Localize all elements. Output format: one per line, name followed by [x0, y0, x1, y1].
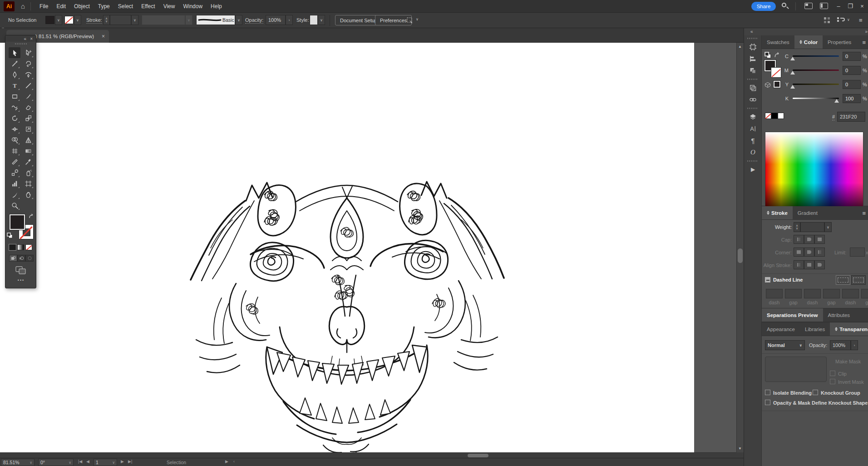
menu-select[interactable]: Select [114, 3, 137, 10]
channel-y-thumb[interactable] [790, 85, 795, 89]
transparency-opacity-arrow[interactable]: › [851, 340, 858, 350]
channel-c-value[interactable]: 0 [843, 52, 861, 61]
menu-effect[interactable]: Effect [137, 3, 159, 10]
style-dropdown[interactable]: ∨ [318, 15, 325, 25]
color-spectrum[interactable] [765, 132, 863, 217]
zoom-level-dropdown[interactable]: 81.51% ∨ [1, 459, 35, 466]
share-button[interactable]: Share [751, 2, 776, 11]
align-inside-icon[interactable] [804, 260, 814, 269]
dash-align-icon[interactable] [851, 275, 866, 285]
pathfinder-panel-icon[interactable] [744, 64, 762, 76]
knockout-group-checkbox[interactable] [813, 390, 818, 395]
fill-indicator-swatch[interactable] [10, 214, 25, 230]
tool-width[interactable] [9, 124, 20, 134]
artwork-dragon-drawing[interactable] [178, 147, 516, 454]
window-restore-button[interactable]: ❐ [844, 0, 856, 12]
black-swatch[interactable] [771, 113, 778, 119]
opacity-options-arrow[interactable]: › [286, 15, 293, 25]
window-minimize-button[interactable]: – [833, 0, 844, 12]
character-panel-icon[interactable]: A [744, 123, 762, 134]
menu-type[interactable]: Type [94, 3, 114, 10]
opacity-mask-checkbox[interactable] [765, 400, 770, 405]
tool-curvature[interactable] [22, 69, 34, 80]
hex-value-field[interactable]: 231F20 [837, 112, 865, 122]
tab-swatches[interactable]: Swatches [762, 35, 794, 49]
change-screen-mode-icon[interactable] [15, 266, 26, 274]
collapse-panels-icon[interactable]: « [750, 29, 753, 34]
tool-line-segment[interactable] [22, 80, 34, 91]
tool-lasso[interactable] [22, 58, 34, 69]
weight-field[interactable] [800, 222, 824, 232]
toolbar-collapse-icon[interactable]: « [24, 36, 27, 41]
none-swatch[interactable] [765, 113, 771, 119]
tool-rectangle[interactable] [9, 91, 20, 102]
expand-dock-icon[interactable]: » [865, 29, 868, 34]
stroke-panel-menu-icon[interactable]: ≡ [862, 210, 866, 217]
tool-selection[interactable] [9, 47, 20, 58]
next-artboard-icon[interactable]: ▶ [121, 459, 124, 464]
gap-field-3[interactable] [861, 289, 868, 298]
layers-panel-icon[interactable] [744, 111, 762, 123]
controlbar-menu-icon[interactable]: ≡ [859, 17, 863, 24]
workspace-switcher-icon[interactable] [820, 3, 828, 9]
transparency-panel-menu-icon[interactable]: ≡ [862, 326, 866, 333]
menu-window[interactable]: Window [179, 3, 207, 10]
draw-behind-icon[interactable] [17, 255, 25, 262]
channel-m-slider[interactable] [793, 69, 839, 71]
round-join-icon[interactable] [804, 248, 814, 257]
tool-artboard[interactable] [22, 178, 34, 189]
cycle-panel-icon[interactable] [799, 40, 802, 44]
default-fill-stroke-icon[interactable] [7, 233, 13, 238]
tool-hand[interactable] [22, 189, 34, 200]
dash-field-1[interactable] [766, 289, 783, 298]
channel-c-thumb[interactable] [790, 57, 795, 60]
brush-definition-field[interactable]: Basic [196, 15, 235, 25]
bevel-join-icon[interactable] [814, 248, 825, 257]
tool-paintbrush[interactable] [22, 91, 34, 102]
round-cap-icon[interactable] [804, 235, 814, 244]
channel-y-slider[interactable] [793, 84, 839, 85]
gap-field-2[interactable] [823, 289, 840, 298]
miter-join-icon[interactable] [794, 248, 804, 257]
butt-cap-icon[interactable] [794, 235, 804, 244]
tab-stroke[interactable]: Stroke [762, 206, 793, 219]
dashed-line-checkbox[interactable] [765, 277, 770, 283]
fill-color-dropdown[interactable]: ∨ [55, 15, 62, 25]
tool-eraser[interactable] [22, 102, 34, 113]
menu-file[interactable]: File [35, 3, 52, 10]
scroll-down-icon[interactable]: ▼ [738, 446, 742, 451]
tool-free-transform[interactable] [22, 124, 34, 134]
tab-color[interactable]: Color [794, 35, 823, 49]
channel-m-value[interactable]: 0 [843, 66, 861, 75]
tool-scale[interactable] [22, 113, 34, 124]
channel-k-value[interactable]: 100 [843, 94, 861, 103]
tool-magic-wand[interactable] [9, 58, 20, 69]
align-outside-icon[interactable] [814, 260, 825, 269]
stroke-weight-label[interactable]: Stroke: [86, 17, 102, 24]
status-play-icon[interactable]: ▶ [225, 459, 228, 464]
transparency-opacity-field[interactable]: 100% [830, 340, 851, 350]
style-swatch[interactable] [310, 15, 318, 25]
menu-edit[interactable]: Edit [52, 3, 70, 10]
menu-object[interactable]: Object [70, 3, 94, 10]
actions-panel-icon[interactable]: ▶ [744, 164, 762, 175]
status-expand-icon[interactable]: ‹ [233, 459, 235, 464]
tool-shaper[interactable] [9, 102, 20, 113]
panel-arrangement-arrow[interactable]: ∨ [847, 18, 850, 22]
tool-measure[interactable] [9, 156, 20, 167]
last-color-proxy-swatch[interactable] [774, 81, 780, 88]
vertical-scrollbar-thumb[interactable] [738, 248, 743, 263]
tool-column-graph[interactable] [9, 178, 20, 189]
tool-gradient[interactable] [22, 145, 34, 156]
channel-c-slider[interactable] [793, 55, 839, 57]
tool-symbol-sprayer[interactable] [22, 167, 34, 178]
arrange-documents-icon[interactable] [804, 3, 813, 9]
toolbar-drag-handle[interactable] [5, 42, 36, 45]
draw-normal-icon[interactable] [9, 255, 17, 262]
projecting-cap-icon[interactable] [814, 235, 825, 244]
align-panel-icon[interactable] [744, 53, 762, 64]
gap-field-1[interactable] [785, 289, 802, 298]
none-button[interactable] [25, 244, 32, 250]
blend-mode-dropdown[interactable]: Normal ∨ [765, 340, 805, 350]
tool-mesh[interactable] [9, 145, 20, 156]
